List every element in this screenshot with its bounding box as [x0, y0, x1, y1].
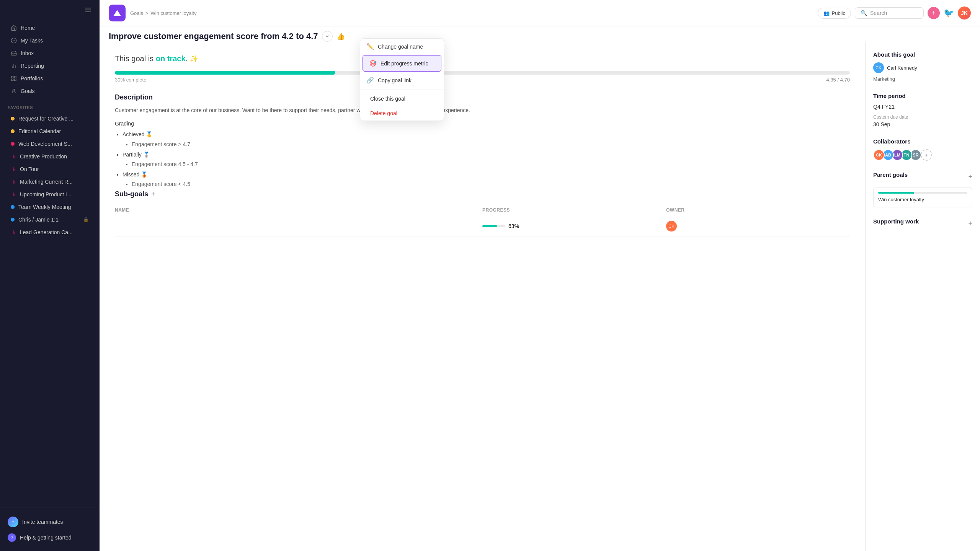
bar-chart-icon: [11, 166, 16, 172]
help-item[interactable]: ? Help & getting started: [0, 530, 100, 545]
fav-label: Request for Creative ...: [18, 116, 74, 122]
supporting-work-title: Supporting work: [873, 218, 919, 225]
time-period-value: Q4 FY21: [873, 104, 972, 110]
sidebar-item-my-tasks[interactable]: My Tasks: [3, 34, 96, 47]
achieved-label: Achieved 🥇: [122, 131, 152, 137]
sidebar-toggle-area: [0, 0, 100, 20]
status-value: on track: [156, 54, 186, 63]
parent-goals-section: Parent goals + Win customer loyalty: [873, 171, 972, 207]
collab-avatar: CK: [873, 149, 885, 161]
sidebar-item-on-tour[interactable]: On Tour: [3, 163, 96, 175]
sidebar: Home My Tasks Inbox Reporting Portfolios…: [0, 0, 100, 551]
parent-goals-header: Parent goals +: [873, 171, 972, 183]
parent-goal-bar-fill: [878, 192, 914, 194]
sidebar-item-lead-generation[interactable]: Lead Generation Ca...: [3, 226, 96, 238]
breadcrumb-current[interactable]: Win customer loyalty: [151, 10, 197, 16]
sidebar-item-chris-jamie[interactable]: Chris / Jamie 1:1 🔒: [3, 214, 96, 226]
fav-label: On Tour: [20, 166, 39, 172]
dropdown-close-goal[interactable]: Close this goal: [360, 91, 444, 106]
public-badge[interactable]: 👥 Public: [818, 8, 851, 19]
like-button[interactable]: 👍: [336, 32, 345, 41]
search-icon: 🔍: [861, 10, 867, 16]
sidebar-item-request-creative[interactable]: Request for Creative ...: [3, 112, 96, 125]
add-supporting-work-button[interactable]: +: [968, 220, 972, 228]
sidebar-item-web-dev[interactable]: Web Development S...: [3, 138, 96, 150]
sidebar-item-reporting[interactable]: Reporting: [3, 60, 96, 72]
sidebar-item-home[interactable]: Home: [3, 22, 96, 34]
add-subgoal-button[interactable]: +: [151, 190, 155, 198]
home-icon: [11, 25, 17, 31]
subgoals-header: Sub-goals +: [115, 190, 850, 198]
svg-rect-9: [11, 79, 13, 81]
sidebar-item-team-weekly[interactable]: Team Weekly Meeting: [3, 201, 96, 213]
parent-goal-card[interactable]: Win customer loyalty: [873, 187, 972, 207]
progress-label: 30% complete: [115, 77, 146, 83]
sidebar-item-inbox-label: Inbox: [21, 50, 34, 56]
col-progress-header: Progress: [482, 207, 666, 213]
sidebar-item-creative-production[interactable]: Creative Production: [3, 150, 96, 163]
search-box[interactable]: 🔍 Search: [855, 7, 924, 19]
grading-sub: Engagement score > 4.7: [122, 140, 850, 149]
sidebar-item-goals-label: Goals: [21, 88, 35, 94]
about-title: About this goal: [873, 51, 972, 58]
svg-marker-27: [113, 10, 121, 16]
description-text: Customer engagement is at the core of ou…: [115, 106, 850, 114]
dropdown-toggle-button[interactable]: [322, 31, 333, 42]
dropdown-edit-progress-metric[interactable]: 🎯 Edit progress metric: [363, 55, 441, 72]
sidebar-item-upcoming-product[interactable]: Upcoming Product L...: [3, 188, 96, 201]
edit-icon: ✏️: [366, 43, 374, 50]
fav-label: Upcoming Product L...: [20, 191, 73, 197]
collaborators-title: Collaborators: [873, 138, 972, 145]
supporting-work-section: Supporting work +: [873, 218, 972, 229]
check-circle-icon: [11, 37, 17, 44]
progress-bar-fill: [115, 71, 335, 75]
svg-point-11: [13, 89, 15, 91]
team-name: Marketing: [873, 76, 972, 82]
sidebar-item-reporting-label: Reporting: [21, 63, 44, 69]
sidebar-item-portfolios[interactable]: Portfolios: [3, 72, 96, 85]
list-item: Partially 🥈 Engagement score 4.5 - 4.7: [122, 150, 850, 169]
search-placeholder: Search: [870, 10, 887, 16]
public-label: Public: [832, 10, 845, 16]
dropdown-copy-goal-link[interactable]: 🔗 Copy goal link: [360, 72, 444, 88]
dropdown-label: Delete goal: [370, 110, 397, 116]
collapse-icon[interactable]: [84, 6, 92, 14]
time-period-section: Time period Q4 FY21 Custom due date 30 S…: [873, 93, 972, 127]
invite-teammates-item[interactable]: + Invite teammates: [0, 514, 100, 530]
table-header: Name Progress Owner: [115, 204, 850, 216]
add-parent-goal-button[interactable]: +: [968, 173, 972, 181]
fav-label: Marketing Current R...: [20, 179, 73, 185]
breadcrumb-goals[interactable]: Goals: [130, 10, 143, 16]
col-owner-header: Owner: [666, 207, 850, 213]
goal-status-text: This goal is on track. ✨: [115, 54, 850, 63]
description-title: Description: [115, 93, 850, 101]
dropdown-change-goal-name[interactable]: ✏️ Change goal name: [360, 39, 444, 54]
fav-label: Creative Production: [20, 153, 67, 160]
bird-icon[interactable]: 🐦: [944, 8, 954, 18]
bar-chart-icon: [11, 154, 16, 159]
sidebar-item-inbox[interactable]: Inbox: [3, 47, 96, 59]
breadcrumb: Goals > Win customer loyalty: [130, 10, 196, 16]
user-avatar[interactable]: JK: [958, 7, 971, 20]
fav-dot-icon: [11, 117, 15, 121]
right-sidebar: About this goal CK Carl Kennedy Marketin…: [865, 42, 980, 551]
favorites-list: Request for Creative ... Editorial Calen…: [0, 112, 100, 239]
main-area: Goals > Win customer loyalty 👥 Public 🔍 …: [100, 0, 980, 551]
row-owner: CK: [666, 221, 850, 231]
dropdown-menu: ✏️ Change goal name 🎯 Edit progress metr…: [360, 38, 444, 121]
sidebar-item-marketing[interactable]: Marketing Current R...: [3, 176, 96, 188]
bar-chart-icon: [11, 192, 16, 197]
parent-goal-bar: [878, 192, 967, 194]
invite-avatar: +: [8, 517, 18, 527]
sidebar-item-editorial[interactable]: Editorial Calendar: [3, 125, 96, 137]
list-item: Missed 🥉 Engagement score < 4.5: [122, 170, 850, 189]
invite-label: Invite teammates: [22, 519, 63, 525]
public-icon: 👥: [823, 10, 830, 16]
sidebar-item-goals[interactable]: Goals: [3, 85, 96, 97]
add-collaborator-button[interactable]: +: [921, 149, 932, 161]
add-button[interactable]: +: [928, 7, 940, 19]
row-progress: 63%: [482, 223, 666, 229]
dropdown-delete-goal[interactable]: Delete goal: [360, 106, 444, 121]
fav-dot-icon: [11, 205, 15, 209]
supporting-work-header: Supporting work +: [873, 218, 972, 229]
